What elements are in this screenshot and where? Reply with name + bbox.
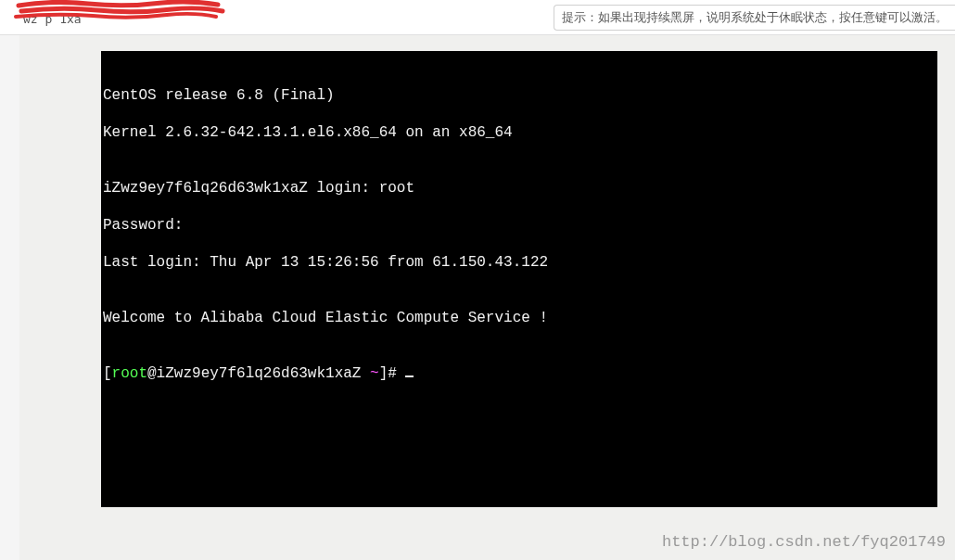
terminal-console[interactable]: CentOS release 6.8 (Final) Kernel 2.6.32… xyxy=(101,51,937,507)
terminal-password-line: Password: xyxy=(103,216,936,235)
terminal-cursor xyxy=(405,375,414,377)
terminal-lastlogin-line: Last login: Thu Apr 13 15:26:56 from 61.… xyxy=(103,253,936,272)
terminal-welcome-line: Welcome to Alibaba Cloud Elastic Compute… xyxy=(103,309,936,327)
terminal-line: CentOS release 6.8 (Final) xyxy=(103,86,936,105)
prompt-host: @iZwz9ey7f6lq26d63wk1xaZ xyxy=(147,365,370,382)
header-bar: wz p 1xa 提示：如果出现持续黑屏，说明系统处于休眠状态，按任意键可以激活… xyxy=(0,0,955,35)
status-hint-box: 提示：如果出现持续黑屏，说明系统处于休眠状态，按任意键可以激活。 xyxy=(554,5,955,31)
terminal-prompt-line[interactable]: [root@iZwz9ey7f6lq26d63wk1xaZ ~]# xyxy=(103,364,936,383)
hint-text: 提示：如果出现持续黑屏，说明系统处于休眠状态，按任意键可以激活。 xyxy=(562,10,948,24)
main-content-area: CentOS release 6.8 (Final) Kernel 2.6.32… xyxy=(19,35,955,560)
redacted-hostname-area: wz p 1xa xyxy=(14,0,227,23)
red-scribble-redaction xyxy=(14,0,227,24)
terminal-login-line: iZwz9ey7f6lq26d63wk1xaZ login: root xyxy=(103,179,936,197)
prompt-user: root xyxy=(112,365,147,382)
prompt-bracket-open: [ xyxy=(103,365,112,382)
terminal-line: Kernel 2.6.32-642.13.1.el6.x86_64 on an … xyxy=(103,123,936,142)
prompt-bracket-close: ]# xyxy=(379,365,406,382)
prompt-tilde: ~ xyxy=(370,365,379,382)
watermark-url: http://blog.csdn.net/fyq201749 xyxy=(662,533,946,551)
